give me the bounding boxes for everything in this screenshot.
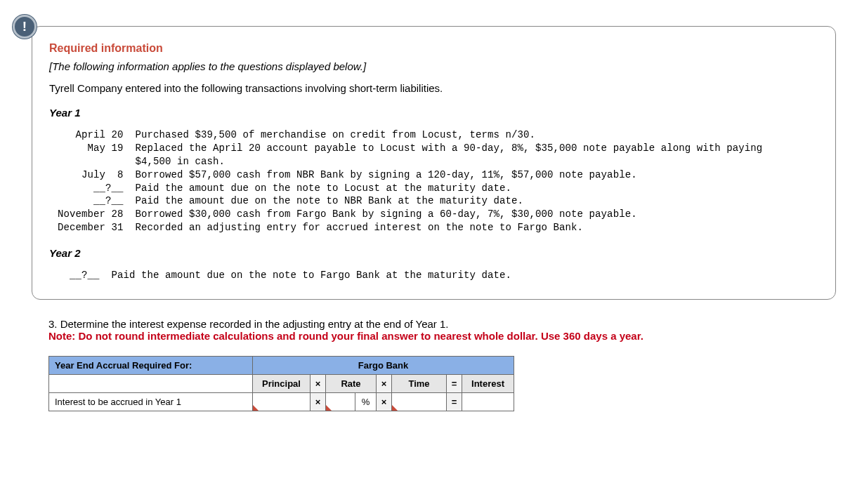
input-rate-cell[interactable] xyxy=(326,393,355,411)
alert-badge-icon: ! xyxy=(22,19,27,34)
sym-times-4: × xyxy=(377,393,392,411)
header-bank: Fargo Bank xyxy=(253,357,514,375)
input-principal-cell[interactable] xyxy=(253,393,311,411)
info-panel: Required information [The following info… xyxy=(32,26,836,300)
year1-transactions: April 20 Purchased $39,500 of merchandis… xyxy=(58,128,818,234)
question-number: 3. xyxy=(48,318,60,330)
alert-badge: ! xyxy=(13,15,37,39)
col-time: Time xyxy=(392,375,447,393)
output-interest xyxy=(462,393,514,411)
sym-times-3: × xyxy=(311,393,326,411)
row-label: Interest to be accrued in Year 1 xyxy=(49,393,253,411)
input-time[interactable] xyxy=(392,393,446,411)
input-time-cell[interactable] xyxy=(392,393,447,411)
pct-label: % xyxy=(355,393,377,411)
answer-table: Year End Accrual Required For: Fargo Ban… xyxy=(48,356,514,411)
col-principal: Principal xyxy=(253,375,311,393)
note-text: Do not round intermediate calculations a… xyxy=(79,330,643,342)
col-interest: Interest xyxy=(462,375,514,393)
input-principal[interactable] xyxy=(253,393,310,411)
sym-equals-1: = xyxy=(447,375,462,393)
empty-corner xyxy=(49,375,253,393)
intro-text: Tyrell Company entered into the followin… xyxy=(49,82,818,94)
input-indicator-icon xyxy=(253,405,259,411)
year2-heading: Year 2 xyxy=(49,247,818,259)
input-indicator-icon xyxy=(392,405,398,411)
header-accrual-for: Year End Accrual Required For: xyxy=(49,357,253,375)
question-block: 3. Determine the interest expense record… xyxy=(48,318,836,342)
applies-note: [The following information applies to th… xyxy=(49,60,818,72)
required-info-title: Required information xyxy=(49,42,818,55)
year2-transactions: __?__ Paid the amount due on the note to… xyxy=(58,269,818,282)
question-text: Determine the interest expense recorded … xyxy=(60,318,449,330)
sym-equals-2: = xyxy=(447,393,462,411)
sym-times-2: × xyxy=(377,375,392,393)
col-rate: Rate xyxy=(326,375,377,393)
input-indicator-icon xyxy=(326,405,332,411)
sym-times-1: × xyxy=(311,375,326,393)
note-label: Note: xyxy=(48,330,79,342)
year1-heading: Year 1 xyxy=(49,107,818,119)
